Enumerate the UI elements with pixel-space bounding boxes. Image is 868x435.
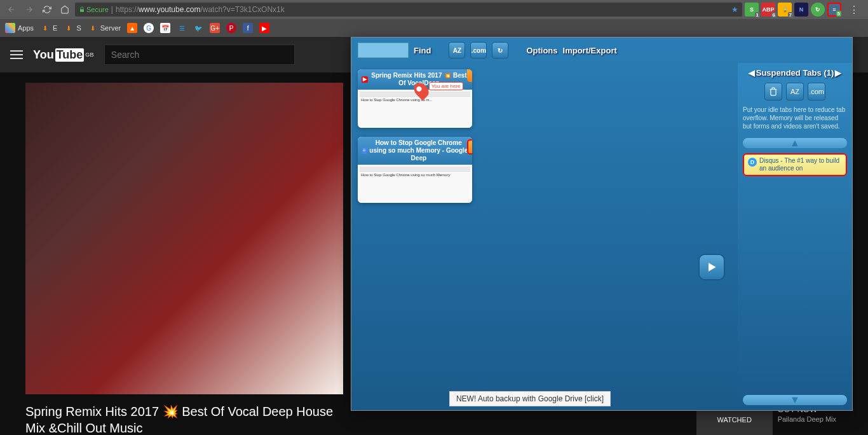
sidebar-tip: Put your idle tabs here to reduce tab ov… xyxy=(743,106,847,130)
sort-az-icon[interactable]: AZ xyxy=(786,83,804,100)
docs-favicon-icon: ≡ xyxy=(362,148,367,154)
bookmark-pinterest-icon[interactable]: P xyxy=(226,23,236,33)
bookmark-facebook-icon[interactable]: f xyxy=(243,23,253,33)
url-scheme: https:// xyxy=(116,5,139,14)
scroll-up-icon[interactable]: ▲ xyxy=(743,138,847,148)
suspended-tab-item[interactable]: D Disqus - The #1 way to build an audien… xyxy=(743,153,847,176)
home-button[interactable] xyxy=(57,2,72,17)
tab-suspend-icon[interactable]: ➤ xyxy=(467,139,472,155)
sort-az-button[interactable]: AZ xyxy=(449,42,465,59)
bookmark-item[interactable]: ⬇E xyxy=(40,23,57,33)
youtube-favicon-icon: ▶ xyxy=(362,76,368,83)
extension-tabmanager-icon[interactable]: ≡5 xyxy=(827,3,841,17)
trash-icon[interactable] xyxy=(764,83,782,100)
refresh-button[interactable]: ↻ xyxy=(492,42,508,59)
svg-marker-4 xyxy=(709,263,716,271)
bookmark-gplus-icon[interactable]: G+ xyxy=(210,23,220,33)
tab-thumbnail[interactable]: ▶Spring Remix Hits 2017 💥 Best Of VocalD… xyxy=(358,69,472,128)
sort-domain-button[interactable]: .com xyxy=(470,42,487,59)
browser-toolbar: Secure | https://www.youtube.com/watch?v… xyxy=(0,0,868,19)
related-channel: Pailanda Deep Mix xyxy=(778,415,836,423)
you-are-here-marker: You are here xyxy=(415,82,428,99)
bookmark-item[interactable]: ⬇Server xyxy=(88,23,121,33)
svg-rect-3 xyxy=(10,58,23,59)
scroll-down-icon[interactable]: ▼ xyxy=(743,395,847,405)
svg-rect-2 xyxy=(10,54,23,55)
popup-toolbar: Find AZ .com ↻ Options Import/Export xyxy=(351,38,852,63)
bookmark-item[interactable]: ⬇S xyxy=(64,23,81,33)
suspended-tab-label: Disqus - The #1 way to build an audience… xyxy=(759,157,842,172)
search-input[interactable] xyxy=(104,45,295,65)
tab-title: How to Stop Google Chrome using so much … xyxy=(369,139,468,162)
url-path: /watch?v=T3k1CxONx1k xyxy=(200,5,284,14)
svg-rect-0 xyxy=(80,10,84,12)
bookmark-icon[interactable]: ☰ xyxy=(177,23,187,33)
backup-banner[interactable]: NEW! Auto backup with Google Drive [clic… xyxy=(449,391,611,406)
reload-button[interactable] xyxy=(39,2,55,17)
bookmark-google-icon[interactable]: G xyxy=(144,23,154,33)
tabs-area: ▶Spring Remix Hits 2017 💥 Best Of VocalD… xyxy=(351,63,738,410)
apps-bookmark[interactable]: Apps xyxy=(5,23,34,33)
url-host: www.youtube.com xyxy=(139,5,200,14)
chrome-menu-button[interactable]: ⋮ xyxy=(844,4,864,16)
options-button[interactable]: Options xyxy=(526,46,557,55)
popup-search-input[interactable] xyxy=(358,43,409,58)
extension-icon-5[interactable]: ↻ xyxy=(811,3,825,17)
play-button[interactable] xyxy=(698,254,725,280)
svg-rect-1 xyxy=(10,50,23,52)
extension-icon-3[interactable]: 🔒7 xyxy=(778,3,792,17)
extension-abp-icon[interactable]: ABP6 xyxy=(761,3,775,17)
suspended-title: ◀Suspended Tabs (1)▶ xyxy=(743,68,847,78)
bookmark-star-icon[interactable]: ★ xyxy=(731,5,738,14)
video-title: Spring Remix Hits 2017 💥 Best Of Vocal D… xyxy=(25,403,343,435)
bookmark-youtube-icon[interactable]: ▶ xyxy=(259,23,269,33)
youtube-logo[interactable]: YouTubeGB xyxy=(33,48,94,62)
video-player[interactable] xyxy=(25,83,343,394)
bookmark-icon[interactable]: ▲ xyxy=(127,23,137,33)
suspended-sidebar: ◀Suspended Tabs (1)▶ AZ .com Put your id… xyxy=(738,63,852,410)
tab-thumbnail[interactable]: ≡How to Stop Google Chrome using so much… xyxy=(358,137,472,203)
import-export-button[interactable]: Import/Export xyxy=(563,46,617,55)
extension-popup: Find AZ .com ↻ Options Import/Export ▶Sp… xyxy=(351,37,853,411)
address-bar[interactable]: Secure | https://www.youtube.com/watch?v… xyxy=(75,3,742,17)
forward-button[interactable] xyxy=(22,2,37,17)
disqus-favicon-icon: D xyxy=(748,158,757,167)
extension-icon-1[interactable]: S1 xyxy=(745,3,759,17)
bookmark-twitter-icon[interactable]: 🐦 xyxy=(193,23,203,33)
secure-badge: Secure xyxy=(79,6,109,13)
bookmark-icon[interactable]: 📅 xyxy=(160,23,170,33)
tab-action-icon[interactable]: ➤ xyxy=(467,69,472,82)
back-button[interactable] xyxy=(4,2,19,17)
extension-icon-4[interactable]: N xyxy=(794,3,808,17)
bookmarks-bar: Apps ⬇E ⬇S ⬇Server ▲ G 📅 ☰ 🐦 G+ P f ▶ xyxy=(0,19,868,37)
hamburger-icon[interactable] xyxy=(10,48,23,61)
find-button[interactable]: Find xyxy=(414,46,431,55)
sort-domain-icon[interactable]: .com xyxy=(808,83,825,100)
